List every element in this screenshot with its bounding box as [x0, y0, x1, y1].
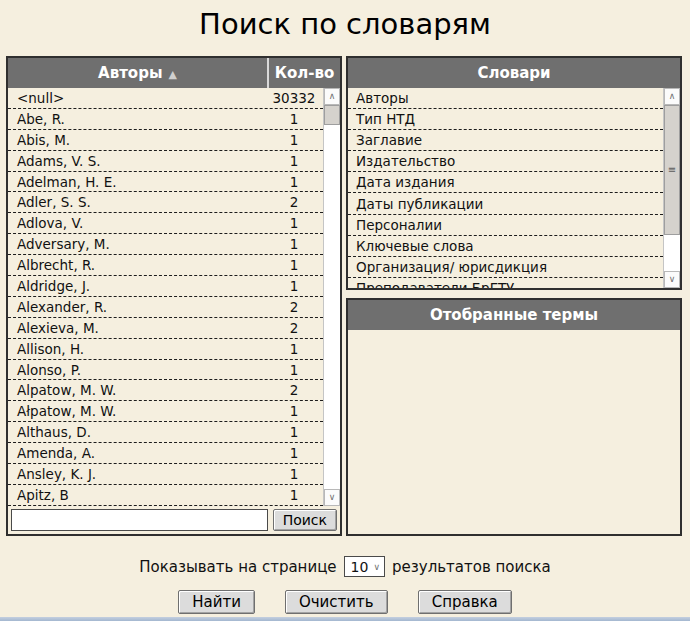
sort-ascending-icon: ▲ [168, 68, 176, 81]
author-row[interactable]: Adelman, H. E. 1 [8, 172, 323, 193]
help-button[interactable]: Справка [418, 590, 512, 614]
clear-button[interactable]: Очистить [285, 590, 388, 614]
author-count: 1 [265, 257, 323, 273]
dictionaries-title: Словари [348, 64, 680, 82]
dictionary-item[interactable]: Персоналии [348, 215, 663, 236]
action-buttons-row: Найти Очистить Справка [0, 590, 690, 614]
author-row[interactable]: Althaus, D. 1 [8, 422, 323, 443]
author-count: 2 [265, 382, 323, 398]
scrollbar-thumb[interactable]: ≡ [664, 105, 680, 235]
author-count: 1 [265, 487, 323, 503]
pagination-row: Показывать на странице 10 ∨ результатов … [0, 556, 690, 577]
pagination-suffix: результатов поиска [392, 558, 551, 576]
dictionary-item[interactable]: Дата издания [348, 172, 663, 193]
author-row[interactable]: Abis, M. 1 [8, 130, 323, 151]
authors-rows: <null> 30332 Abe, R. 1 Abis, M. 1 Adams,… [8, 88, 323, 506]
author-row[interactable]: Abe, R. 1 [8, 109, 323, 130]
authors-column-label: Авторы [98, 64, 162, 82]
dictionary-item[interactable]: Заглавие [348, 130, 663, 151]
author-row[interactable]: Alpatow, M. W. 2 [8, 380, 323, 401]
dictionary-item-label: Заглавие [348, 132, 422, 148]
author-count: 1 [265, 174, 323, 190]
author-count: 1 [265, 153, 323, 169]
page-size-select[interactable]: 10 ∨ [344, 556, 385, 577]
author-row[interactable]: Alonso, P. 1 [8, 360, 323, 381]
author-name: Alexander, R. [8, 299, 265, 315]
dictionary-item-label: Ключевые слова [348, 238, 474, 254]
selected-terms-body [348, 330, 680, 534]
authors-panel: Авторы▲ Кол-во <null> 30332 Abe, R. 1 Ab… [6, 56, 342, 536]
count-column-header[interactable]: Кол-во [269, 64, 340, 82]
dictionary-item[interactable]: Даты публикации [348, 193, 663, 214]
scroll-down-button[interactable]: ∨ [324, 489, 340, 506]
author-count: 1 [265, 341, 323, 357]
dictionary-item-label: Даты публикации [348, 196, 483, 212]
dictionaries-rows: Авторы Тип НТД Заглавие Издательство Дат… [348, 88, 680, 288]
author-count: 1 [265, 236, 323, 252]
find-button[interactable]: Найти [178, 590, 255, 614]
author-row[interactable]: Ansley, K. J. 1 [8, 464, 323, 485]
author-row[interactable]: Adams, V. S. 1 [8, 151, 323, 172]
scroll-up-button[interactable]: ∧ [664, 88, 680, 105]
thumb-grip-icon: ≡ [668, 165, 676, 175]
authors-column-header[interactable]: Авторы▲ [8, 64, 267, 82]
pagination-prefix: Показывать на странице [139, 558, 336, 576]
author-name: Adler, S. S. [8, 194, 265, 210]
dictionary-item[interactable]: Преподаватели БрГТУ [348, 278, 663, 288]
search-button[interactable]: Поиск [273, 509, 337, 531]
author-row[interactable]: Amenda, A. 1 [8, 443, 323, 464]
window-bottom-edge [0, 617, 690, 621]
scrollbar-thumb[interactable] [324, 105, 340, 125]
scroll-down-icon: ∨ [669, 275, 676, 284]
author-row[interactable]: Apitz, B 1 [8, 485, 323, 506]
author-row[interactable]: Alexieva, M. 2 [8, 318, 323, 339]
author-count: 1 [265, 403, 323, 419]
authors-scrollbar[interactable]: ∧ ∨ [323, 88, 340, 506]
dictionary-item-label: Дата издания [348, 174, 455, 190]
author-count: 1 [265, 132, 323, 148]
author-name: Ansley, K. J. [8, 466, 265, 482]
author-row[interactable]: Albrecht, R. 1 [8, 255, 323, 276]
author-row[interactable]: <null> 30332 [8, 88, 323, 109]
author-row[interactable]: Adler, S. S. 2 [8, 192, 323, 213]
scroll-down-button[interactable]: ∨ [664, 271, 680, 288]
dictionary-item-label: Персоналии [348, 217, 442, 233]
dictionary-item[interactable]: Издательство [348, 151, 663, 172]
author-count: 2 [265, 194, 323, 210]
dictionary-item[interactable]: Организация/ юрисдикция [348, 257, 663, 278]
author-name: Adams, V. S. [8, 153, 265, 169]
page-size-value: 10 [351, 559, 369, 575]
author-name: Abe, R. [8, 111, 265, 127]
dictionaries-header-bar: Словари [348, 58, 680, 88]
author-count: 1 [265, 215, 323, 231]
dictionary-item-label: Издательство [348, 153, 455, 169]
dictionary-item-label: Авторы [348, 90, 409, 106]
search-input[interactable] [11, 509, 268, 531]
dictionary-item-label: Организация/ юрисдикция [348, 259, 547, 275]
author-name: Aldridge, J. [8, 278, 265, 294]
dictionary-item[interactable]: Ключевые слова [348, 236, 663, 257]
dictionaries-list: Авторы Тип НТД Заглавие Издательство Дат… [348, 88, 680, 288]
dictionaries-scrollbar[interactable]: ∧ ≡ ∨ [663, 88, 680, 288]
scroll-up-button[interactable]: ∧ [324, 88, 340, 105]
dictionary-item-label: Преподаватели БрГТУ [348, 280, 514, 288]
author-row[interactable]: Allison, H. 1 [8, 339, 323, 360]
author-name: Alonso, P. [8, 362, 265, 378]
author-row[interactable]: Alexander, R. 2 [8, 297, 323, 318]
author-row[interactable]: Adlova, V. 1 [8, 213, 323, 234]
author-name: Adversary, M. [8, 236, 265, 252]
author-name: Adelman, H. E. [8, 174, 265, 190]
author-row[interactable]: Adversary, M. 1 [8, 234, 323, 255]
author-count: 1 [265, 111, 323, 127]
author-count: 1 [265, 466, 323, 482]
author-name: <null> [8, 90, 265, 106]
author-name: Apitz, B [8, 487, 265, 503]
author-row[interactable]: Ałpatow, M. W. 1 [8, 401, 323, 422]
author-row[interactable]: Aldridge, J. 1 [8, 276, 323, 297]
scroll-up-icon: ∧ [329, 92, 336, 101]
authors-list: <null> 30332 Abe, R. 1 Abis, M. 1 Adams,… [8, 88, 340, 506]
dictionary-item[interactable]: Авторы [348, 88, 663, 109]
dictionary-item[interactable]: Тип НТД [348, 109, 663, 130]
author-name: Alpatow, M. W. [8, 382, 265, 398]
dictionaries-panel: Словари Авторы Тип НТД Заглавие Издатель… [346, 56, 682, 290]
